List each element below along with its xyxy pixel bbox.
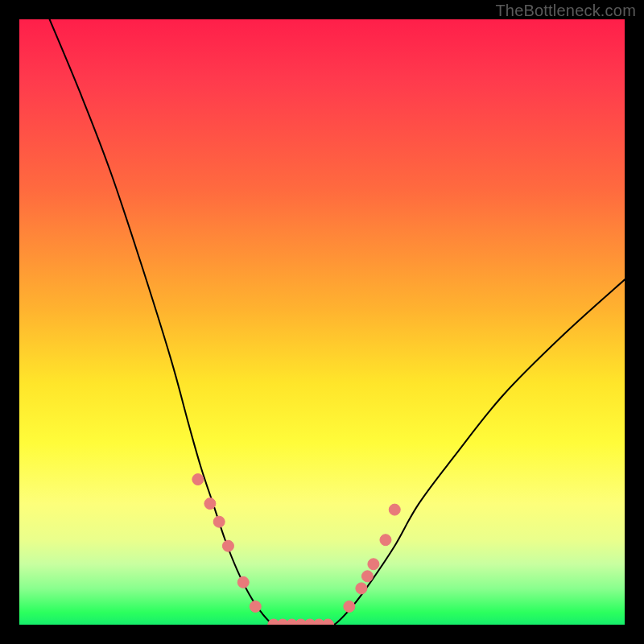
data-marker bbox=[250, 601, 261, 612]
bottleneck-curve bbox=[50, 19, 625, 625]
data-marker bbox=[361, 571, 373, 582]
data-marker bbox=[323, 619, 334, 625]
chart-frame: TheBottleneck.com bbox=[0, 0, 644, 644]
data-marker bbox=[237, 576, 249, 588]
data-marker bbox=[389, 504, 400, 515]
data-marker bbox=[192, 474, 204, 485]
curve-path bbox=[50, 19, 625, 625]
data-marker bbox=[344, 601, 355, 612]
data-marker bbox=[380, 535, 391, 546]
attribution-label: TheBottleneck.com bbox=[495, 2, 636, 20]
data-marker bbox=[368, 559, 379, 570]
data-markers bbox=[192, 474, 400, 625]
data-marker bbox=[204, 498, 216, 510]
data-marker bbox=[222, 540, 233, 551]
chart-svg bbox=[19, 19, 625, 625]
plot-area bbox=[19, 19, 625, 625]
data-marker bbox=[213, 516, 225, 527]
data-marker bbox=[356, 583, 367, 594]
